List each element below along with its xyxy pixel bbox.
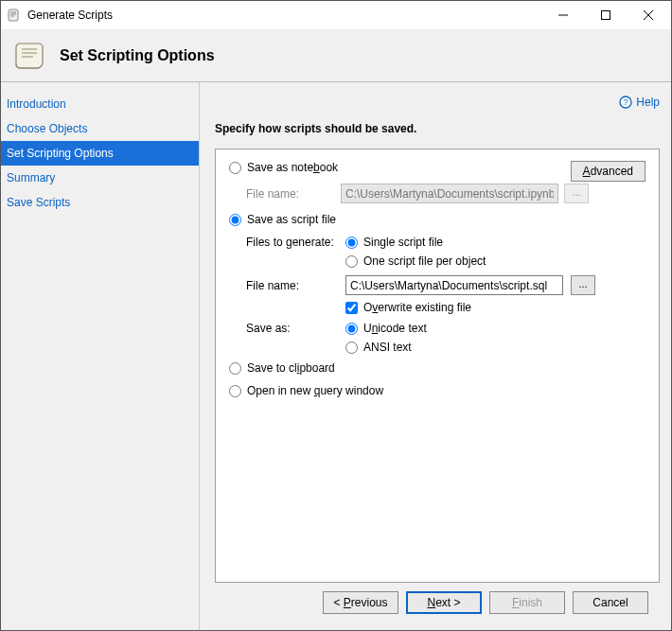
save-as-notebook-label: Save as notebook: [247, 161, 338, 174]
cancel-button[interactable]: Cancel: [573, 591, 648, 614]
files-to-generate-label: Files to generate:: [246, 236, 345, 249]
ansi-label: ANSI text: [363, 341, 412, 354]
per-object-radio[interactable]: [345, 255, 358, 268]
sidebar-item-choose-objects[interactable]: Choose Objects: [1, 116, 199, 141]
files-to-generate-group: Files to generate: Single script file On…: [246, 236, 645, 268]
advanced-button[interactable]: Advanced: [571, 161, 645, 182]
save-as-scriptfile-row: Save as script file: [229, 213, 645, 226]
scriptfile-browse-button[interactable]: ...: [571, 275, 595, 295]
page-title: Set Scripting Options: [60, 47, 215, 64]
save-as-scriptfile-label: Save as script file: [247, 213, 336, 226]
ansi-radio[interactable]: [345, 342, 358, 354]
window-title: Generate Scripts: [27, 9, 541, 22]
notebook-browse-button: ...: [564, 184, 589, 203]
window-controls: [541, 2, 669, 28]
script-page-icon: [12, 38, 48, 74]
per-object-label: One script file per object: [363, 254, 486, 268]
notebook-filename-label: File name:: [246, 187, 341, 201]
svg-line-4: [644, 10, 653, 20]
notebook-filename-input: [341, 184, 558, 203]
previous-button[interactable]: < Previous: [323, 591, 398, 614]
scriptfile-filename-label: File name:: [246, 279, 345, 292]
options-panel: Advanced Save as notebook File name: ...…: [215, 149, 660, 583]
notebook-filename-row: File name: ...: [246, 184, 645, 203]
scriptfile-filename-group: File name: ... Overwrite existing file: [246, 275, 645, 314]
minimize-button[interactable]: [541, 2, 584, 28]
instruction-text: Specify how scripts should be saved.: [215, 122, 660, 135]
help-icon: ?: [619, 96, 632, 109]
single-script-label: Single script file: [363, 236, 443, 249]
app-icon: [7, 8, 22, 23]
single-script-radio[interactable]: [345, 237, 358, 249]
wizard-window: Generate Scripts Set Scripting Options: [0, 0, 672, 631]
save-as-notebook-radio[interactable]: [229, 162, 241, 174]
open-newquery-radio[interactable]: [229, 385, 241, 397]
wizard-header: Set Scripting Options: [1, 29, 671, 82]
unicode-radio[interactable]: [345, 323, 358, 335]
save-as-label: Save as:: [246, 322, 345, 335]
maximize-button[interactable]: [584, 2, 627, 28]
open-newquery-label: Open in new query window: [247, 384, 383, 397]
sidebar-item-save-scripts[interactable]: Save Scripts: [1, 190, 199, 215]
overwrite-label: Overwrite existing file: [363, 301, 471, 314]
sidebar-item-summary[interactable]: Summary: [1, 166, 199, 190]
svg-rect-0: [9, 9, 18, 21]
save-clipboard-label: Save to clipboard: [247, 361, 335, 375]
save-clipboard-radio[interactable]: [229, 362, 241, 375]
close-button[interactable]: [627, 2, 669, 28]
overwrite-checkbox[interactable]: [345, 302, 358, 314]
finish-button: Finish: [489, 591, 565, 614]
wizard-footer: < Previous Next > Finish Cancel: [215, 583, 660, 622]
unicode-label: Unicode text: [363, 322, 427, 335]
next-button[interactable]: Next >: [406, 591, 482, 614]
save-clipboard-row: Save to clipboard: [229, 361, 645, 375]
wizard-main: ? Help Specify how scripts should be sav…: [200, 82, 671, 630]
sidebar-item-introduction[interactable]: Introduction: [1, 92, 199, 116]
svg-text:?: ?: [624, 97, 628, 107]
save-as-group: Save as: Unicode text ANSI text: [246, 322, 645, 354]
wizard-body: Introduction Choose Objects Set Scriptin…: [1, 82, 671, 630]
scriptfile-filename-input[interactable]: [345, 275, 563, 295]
wizard-sidebar: Introduction Choose Objects Set Scriptin…: [1, 82, 200, 630]
open-newquery-row: Open in new query window: [229, 384, 645, 397]
svg-rect-2: [601, 11, 610, 20]
help-label: Help: [636, 96, 660, 109]
help-link[interactable]: ? Help: [619, 96, 660, 109]
help-row: ? Help: [215, 92, 660, 113]
svg-line-3: [644, 10, 653, 20]
titlebar: Generate Scripts: [1, 1, 671, 29]
sidebar-item-set-scripting-options[interactable]: Set Scripting Options: [1, 141, 199, 166]
save-as-scriptfile-radio[interactable]: [229, 214, 241, 226]
